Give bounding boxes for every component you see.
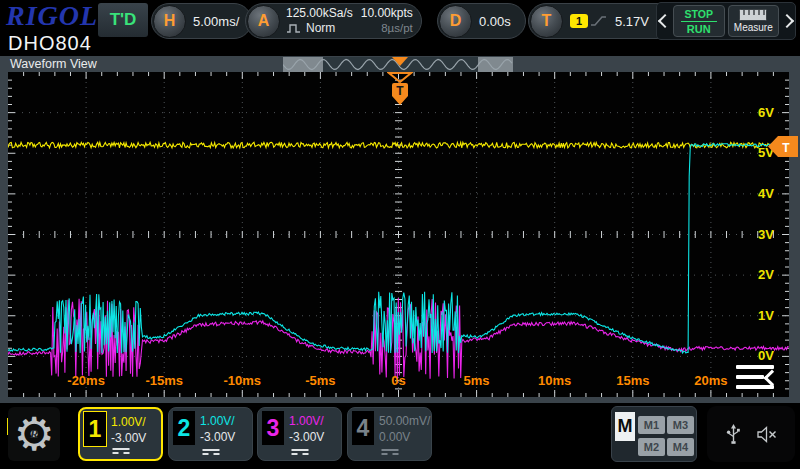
panel-title: Waveform View (10, 57, 97, 71)
rigol-logo: RIGOL (6, 0, 98, 32)
math-slot-button-m3[interactable]: M3 (667, 416, 694, 434)
trigger-position-flag[interactable]: T (387, 72, 413, 107)
voltage-label: 1V (698, 308, 774, 323)
time-label: -15ms (145, 373, 183, 388)
voltage-label: 6V (698, 105, 774, 120)
status-icons-panel (707, 406, 795, 462)
rising-edge-icon (591, 15, 606, 27)
channel-offset-value: -3.00V (111, 430, 146, 446)
horizontal-scale-value: 5.00ms/ (193, 14, 239, 29)
waveform-plot-area[interactable]: -20ms-15ms-10ms-5ms0s5ms10ms15ms20ms 6V5… (8, 72, 789, 397)
model-label: DHO804 (8, 32, 92, 55)
voltage-label: 0V (698, 348, 774, 363)
voltage-label: 3V (698, 227, 774, 242)
time-label: 20ms (694, 373, 727, 388)
delay-knob-icon: D (439, 5, 472, 38)
time-label: 0s (391, 373, 405, 388)
delay-settings-button[interactable]: D 0.00s (437, 3, 526, 39)
math-panel: M M1M3M2M4 (611, 406, 697, 462)
channel-number: 2 (173, 411, 195, 445)
delay-value: 0.00s (479, 14, 511, 29)
trigger-knob-icon: T (530, 5, 563, 38)
pulse-icon (286, 23, 302, 34)
rigol-gear-logo: R (30, 426, 39, 442)
time-label: -10ms (224, 373, 262, 388)
chevron-left-icon[interactable] (658, 14, 672, 28)
ruler-icon (739, 9, 767, 21)
voltage-label: 5V (698, 145, 774, 160)
chevron-right-icon[interactable] (780, 14, 794, 28)
dc-coupling-icon (381, 449, 398, 455)
waveform-panel: Waveform View -20ms-15ms-10ms-5ms0s5ms10… (0, 56, 800, 403)
speaker-muted-icon (757, 426, 777, 443)
usb-icon (726, 424, 741, 445)
channel-box[interactable]: 1 1.00V/ -3.00V (78, 407, 163, 461)
trigger-level-marker[interactable]: T (768, 136, 798, 157)
stop-label: STOP (681, 8, 717, 22)
channel-scale-value: 50.00mV/ (379, 413, 430, 429)
dc-coupling-icon (112, 448, 129, 454)
voltage-label: 4V (698, 186, 774, 201)
channel-box[interactable]: 3 1.00V/ -3.00V (257, 407, 342, 461)
dc-coupling-icon (202, 449, 219, 455)
settings-gear-button[interactable]: ⚙ R (8, 407, 60, 461)
run-control-panel: STOP RUN Measure (656, 2, 796, 40)
channel-scale-value: 1.00V/ (289, 413, 324, 429)
trigger-level-value: 5.17V (615, 14, 649, 29)
math-slot-button-m4[interactable]: M4 (667, 438, 694, 456)
horizontal-knob-icon: H (153, 5, 186, 38)
waveform-grid-and-traces (8, 72, 789, 397)
channel-scale-value: 1.00V/ (200, 413, 235, 429)
channel-box[interactable]: 4 50.00mV/ 0.00V (347, 407, 432, 461)
waveform-trace-ch1 (8, 142, 789, 148)
dc-coupling-icon (291, 449, 308, 455)
channel-offset-value: 0.00V (379, 429, 430, 445)
measure-label: Measure (734, 22, 773, 33)
overview-trigger-position-icon (392, 57, 408, 66)
measure-button[interactable]: Measure (728, 5, 780, 37)
channel-offset-value: -3.00V (200, 429, 235, 445)
time-label: 10ms (538, 373, 571, 388)
stop-run-button[interactable]: STOP RUN (673, 5, 725, 37)
acquisition-knob-icon: A (247, 5, 280, 38)
time-label: -5ms (305, 373, 335, 388)
plot-menu-collapse-icon[interactable] (736, 365, 780, 389)
channel-offset-value: -3.00V (289, 429, 324, 445)
channel-box[interactable]: 2 1.00V/ -3.00V (168, 407, 253, 461)
channel-number: 3 (262, 411, 284, 445)
math-button[interactable]: M (615, 412, 635, 441)
time-resolution-value: 8µs/pt (361, 21, 413, 36)
waveform-overview-bar[interactable] (283, 57, 513, 72)
time-label: 15ms (616, 373, 649, 388)
time-label: -20ms (67, 373, 105, 388)
voltage-label: 2V (698, 267, 774, 282)
math-slot-button-m1[interactable]: M1 (638, 416, 665, 434)
channel-scale-value: 1.00V/ (111, 414, 146, 430)
memory-depth-value: 10.00kpts (361, 6, 413, 21)
acquisition-mode-value: Norm (306, 21, 335, 36)
channel-number: 4 (352, 411, 374, 445)
sample-rate-value: 125.00kSa/s (286, 6, 353, 21)
time-label: 5ms (464, 373, 490, 388)
trigger-source-badge: 1 (570, 14, 588, 28)
svg-text:T: T (782, 141, 790, 155)
trigger-status-badge[interactable]: T'D (98, 3, 148, 37)
run-label: RUN (687, 23, 711, 35)
oscilloscope-screen: RIGOL DHO804 T'D H 5.00ms/ A 125.00kSa/s… (0, 0, 800, 469)
acquisition-settings-button[interactable]: A 125.00kSa/s Norm 10.00kpts 8µs/pt (245, 3, 422, 39)
channel-number: 1 (84, 412, 106, 446)
waveform-trace-ch2 (8, 144, 789, 353)
svg-text:T: T (396, 84, 404, 98)
horizontal-settings-button[interactable]: H 5.00ms/ (151, 3, 252, 39)
math-slot-button-m2[interactable]: M2 (638, 438, 665, 456)
